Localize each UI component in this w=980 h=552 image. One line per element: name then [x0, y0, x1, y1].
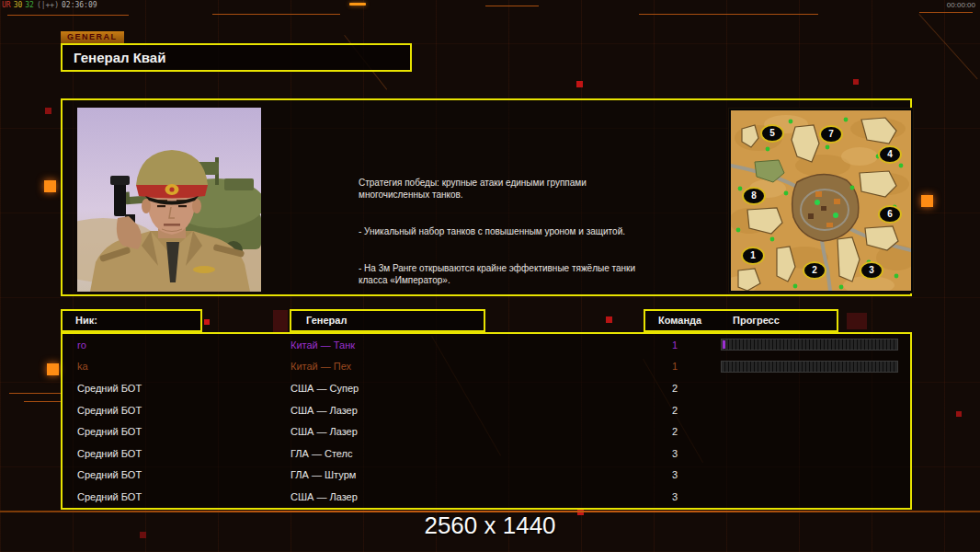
spawn-point-marker: 1 — [741, 247, 765, 265]
decor-square — [921, 195, 933, 207]
decor-square — [44, 180, 56, 192]
briefing-panel: Стратегия победы: крупные атаки едиными … — [61, 98, 912, 296]
table-row: Средний БОТГЛА — Стелс3 — [63, 443, 910, 465]
nick-header-label: Ник: — [75, 315, 97, 326]
general-tab-label: GENERAL — [61, 31, 124, 43]
player-nick: ro — [63, 339, 291, 351]
progress-tick — [723, 340, 725, 349]
player-general: ГЛА — Штурм — [291, 469, 655, 480]
player-general: США — Лазер — [291, 426, 655, 437]
decor-line — [9, 393, 61, 394]
general-name: Генерал Квай — [74, 50, 165, 65]
player-nick: Средний БОТ — [63, 448, 291, 459]
player-nick: Средний БОТ — [63, 383, 291, 394]
player-general: ГЛА — Стелс — [291, 448, 655, 459]
hud-stat1: 30 — [14, 1, 23, 9]
decor-square — [204, 319, 210, 325]
general-header-label: Генерал — [306, 315, 347, 326]
hud-separator: (|++) — [37, 1, 59, 9]
player-nick: Средний БОТ — [63, 491, 291, 502]
table-row: Средний БОТСША — Лазер3 — [63, 486, 910, 508]
decor-square — [853, 79, 859, 85]
hud-session-time: 02:36:09 — [62, 1, 97, 9]
minimap: 12345678 — [729, 109, 913, 293]
decor-square — [45, 108, 51, 114]
player-team: 2 — [655, 405, 695, 416]
decor-line — [212, 14, 340, 15]
player-team: 1 — [655, 361, 695, 372]
player-team: 3 — [655, 469, 695, 480]
player-nick: Средний БОТ — [63, 405, 291, 416]
general-portrait-image — [77, 108, 261, 292]
spawn-point-marker: 2 — [803, 261, 826, 280]
player-nick: ka — [63, 361, 291, 372]
table-row: Средний БОТСША — Лазер2 — [63, 399, 910, 421]
spawn-point-marker: 4 — [878, 145, 902, 164]
player-team: 2 — [655, 426, 695, 437]
resolution-overlay: 2560 x 1440 — [0, 512, 980, 540]
column-header-team-progress: Команда Прогресс — [644, 309, 838, 332]
player-general: Китай — Танк — [291, 339, 655, 351]
spawn-point-marker: 6 — [878, 205, 902, 224]
load-progress-bar — [721, 361, 898, 373]
spawn-point-marker: 8 — [742, 187, 766, 205]
player-team: 1 — [655, 339, 695, 351]
description-paragraph: - На 3м Ранге открываются крайне эффекти… — [359, 262, 666, 286]
table-row: roКитай — Танк1 — [63, 334, 910, 356]
description-paragraph: - Уникальный набор танков с повышенным у… — [359, 225, 666, 237]
table-row: Средний БОТГЛА — Штурм3 — [63, 465, 910, 487]
decor-dash — [349, 3, 366, 6]
hud-stat2: 32 — [25, 1, 34, 9]
decor-line — [24, 401, 61, 402]
decor-diagonal — [918, 14, 977, 79]
column-header-nick: Ник: — [61, 309, 202, 332]
decor-square — [47, 363, 59, 375]
team-header-label: Команда — [658, 311, 701, 330]
player-general: США — Супер — [291, 383, 655, 394]
decor-square — [606, 316, 612, 323]
table-row: Средний БОТСША — Лазер2 — [63, 420, 910, 443]
game-loading-screen: UR3032(|++)02:36:09 00:00:00 GENERAL Ген… — [0, 0, 980, 552]
decor-line — [7, 15, 129, 16]
player-general: Китай — Пех — [291, 361, 655, 372]
decor-line — [485, 6, 539, 6]
player-general: США — Лазер — [291, 405, 655, 416]
decor-patch — [273, 310, 288, 333]
column-header-general: Генерал — [290, 309, 485, 332]
spawn-point-marker: 5 — [760, 124, 784, 143]
player-nick: Средний БОТ — [63, 469, 291, 480]
decor-square — [956, 411, 962, 417]
progress-header-label: Прогресс — [733, 311, 780, 330]
decor-line — [639, 14, 818, 15]
player-team: 2 — [655, 383, 695, 394]
spawn-point-marker: 3 — [860, 261, 883, 280]
player-team: 3 — [655, 491, 695, 502]
table-row: kaКитай — Пех1 — [63, 356, 910, 378]
hud-timer: 00:00:00 — [947, 1, 975, 9]
general-portrait — [77, 108, 261, 292]
player-team: 3 — [655, 448, 695, 459]
players-table: roКитай — Танк1kaКитай — Пех1Средний БОТ… — [61, 332, 912, 510]
hud-fps-label: UR — [2, 1, 11, 9]
load-progress-bar — [721, 339, 898, 351]
strategy-description: Стратегия победы: крупные атаки едиными … — [359, 165, 666, 311]
decor-patch — [847, 313, 867, 329]
player-general: США — Лазер — [291, 491, 655, 502]
player-nick: Средний БОТ — [63, 426, 291, 437]
decor-line — [919, 12, 973, 13]
description-paragraph: Стратегия победы: крупные атаки едиными … — [359, 177, 666, 201]
general-title-box: Генерал Квай — [61, 43, 412, 72]
hud-performance-stats: UR3032(|++)02:36:09 — [2, 1, 100, 9]
table-row: Средний БОТСША — Супер2 — [63, 377, 910, 399]
decor-square — [576, 81, 583, 87]
spawn-point-marker: 7 — [819, 125, 843, 144]
